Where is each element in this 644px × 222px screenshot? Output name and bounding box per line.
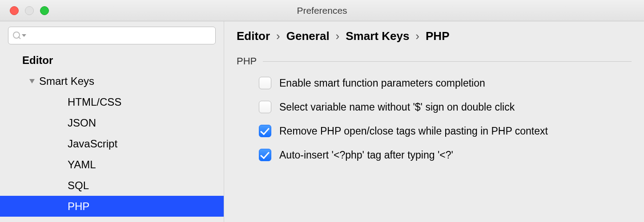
window-title: Preferences [297, 5, 347, 16]
breadcrumb-item[interactable]: General [286, 29, 330, 43]
tree-item-sql[interactable]: SQL [0, 175, 224, 196]
search-field[interactable] [8, 27, 216, 44]
minimize-window-button[interactable] [25, 6, 34, 15]
checkbox[interactable] [259, 149, 271, 161]
option-remove-tags[interactable]: Remove PHP open/close tags while pasting… [259, 125, 632, 137]
divider [263, 61, 632, 62]
tree-label: JavaScript [68, 138, 117, 150]
section-header: PHP [237, 56, 632, 67]
sidebar: Editor Smart Keys HTML/CSS JSON JavaScri… [0, 21, 224, 222]
checkbox[interactable] [259, 125, 271, 137]
search-input[interactable] [28, 31, 211, 41]
section-title: PHP [237, 56, 257, 67]
breadcrumb: Editor › General › Smart Keys › PHP [237, 29, 632, 43]
tree-editor[interactable]: Editor [0, 50, 224, 71]
tree-label: SQL [68, 179, 89, 192]
chevron-down-icon[interactable] [29, 79, 35, 83]
chevron-down-icon[interactable] [22, 34, 26, 37]
breadcrumb-item[interactable]: Editor [237, 29, 270, 43]
titlebar: Preferences [0, 0, 644, 21]
chevron-right-icon: › [276, 29, 280, 43]
tree-label: HTML/CSS [68, 96, 121, 108]
checkbox[interactable] [259, 101, 271, 113]
content: Editor Smart Keys HTML/CSS JSON JavaScri… [0, 21, 644, 222]
settings-tree: Editor Smart Keys HTML/CSS JSON JavaScri… [0, 50, 224, 222]
tree-item-php[interactable]: PHP [0, 196, 224, 217]
option-auto-insert[interactable]: Auto-insert '<?php' tag after typing '<?… [259, 149, 632, 161]
search-icon [13, 32, 21, 40]
traffic-lights [10, 6, 49, 15]
tree-label: JSON [68, 117, 96, 129]
option-smart-params[interactable]: Enable smart function parameters complet… [259, 77, 632, 89]
chevron-right-icon: › [336, 29, 340, 43]
checkbox[interactable] [259, 77, 271, 89]
search-wrap [0, 21, 224, 50]
options-list: Enable smart function parameters complet… [237, 77, 632, 161]
close-window-button[interactable] [10, 6, 19, 15]
option-select-variable[interactable]: Select variable name without '$' sign on… [259, 101, 632, 113]
option-label: Remove PHP open/close tags while pasting… [279, 125, 548, 137]
tree-smart-keys[interactable]: Smart Keys [0, 71, 224, 91]
tree-label: PHP [68, 200, 89, 213]
chevron-right-icon: › [415, 29, 419, 43]
option-label: Select variable name without '$' sign on… [279, 101, 515, 113]
tree-label: YAML [68, 159, 96, 171]
tree-item-yaml[interactable]: YAML [0, 154, 224, 175]
tree-label: Smart Keys [39, 75, 94, 87]
tree-item-htmlcss[interactable]: HTML/CSS [0, 91, 224, 112]
main-panel: Editor › General › Smart Keys › PHP PHP … [224, 21, 644, 222]
option-label: Enable smart function parameters complet… [279, 77, 485, 89]
breadcrumb-item[interactable]: PHP [426, 29, 449, 43]
tree-label: Editor [22, 54, 53, 67]
tree-item-javascript[interactable]: JavaScript [0, 133, 224, 154]
option-label: Auto-insert '<?php' tag after typing '<?… [279, 149, 453, 161]
tree-item-json[interactable]: JSON [0, 112, 224, 133]
breadcrumb-item[interactable]: Smart Keys [346, 29, 409, 43]
zoom-window-button[interactable] [40, 6, 49, 15]
